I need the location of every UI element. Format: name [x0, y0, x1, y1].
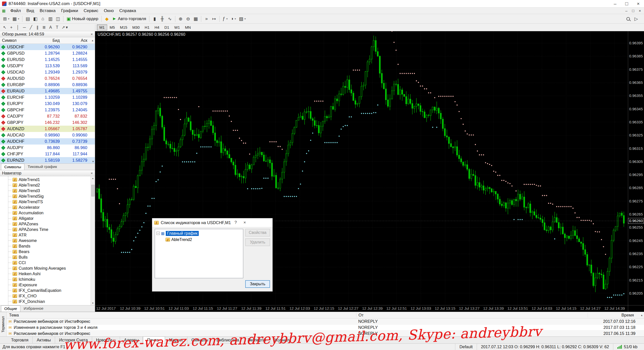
templates-button[interactable]: ▧▾ [237, 15, 247, 23]
navigator-item[interactable]: ƒBulls [7, 254, 90, 260]
scroll-up-icon[interactable]: ▲ [90, 39, 95, 42]
navigator-item[interactable]: ƒHeiken Ashi [7, 271, 90, 276]
market-watch-row[interactable]: ↑AUDCAD0.989600.99060 [0, 132, 95, 138]
mail-row[interactable]: ✉Расписание вебинаров от ИнстаФорексNORE… [7, 331, 644, 336]
market-watch-row[interactable]: ↓CADJPY87.73287.832 [0, 113, 95, 119]
navigator-item[interactable]: ƒCustom Moving Averages [7, 265, 90, 271]
menu-item-вставка[interactable]: Вставка [37, 8, 58, 13]
tree-row-indicator[interactable]: ƒ AbleTrend2 [155, 236, 243, 243]
mdi-restore-button[interactable]: □ [632, 9, 634, 13]
timeframe-m30-button[interactable]: M30 [130, 24, 142, 30]
terminal-tab-эксперты[interactable]: Эксперты [243, 337, 270, 343]
arrows-button[interactable]: ↗▾ [60, 24, 69, 30]
scroll-down-icon[interactable]: ▼ [92, 160, 94, 163]
periods-button[interactable]: ◑▾ [229, 15, 237, 23]
timeframe-w1-button[interactable]: W1 [172, 24, 183, 30]
market-watch-row[interactable]: ↑AUDCHF0.736390.73739 [0, 138, 95, 145]
navigator-item[interactable]: ƒATR [7, 232, 90, 238]
market-watch-row[interactable]: ↑USDCAD1.293491.29379 [0, 69, 95, 75]
navigator-item[interactable]: ƒAbleTrend2 [7, 182, 90, 188]
crosshair-button[interactable]: + [8, 24, 15, 30]
cursor-button[interactable]: ↖ [2, 24, 8, 30]
column-time[interactable]: Время [588, 313, 644, 318]
send-feedback-icon[interactable]: ▷ [632, 15, 640, 23]
market-watch-row[interactable]: ↓GBPJPY146.232146.302 [0, 119, 95, 126]
market-watch-row[interactable]: ↑CHFJPY117.844117.944 [0, 151, 95, 157]
scroll-down-icon[interactable]: ▼ [92, 301, 94, 305]
market-watch-tab-2[interactable]: Тиковый график [24, 163, 60, 170]
timeframe-m5-button[interactable]: M5 [107, 24, 117, 30]
navigator-item[interactable]: ƒAbleTrend1 [7, 177, 90, 182]
market-watch-row[interactable]: ↑GBPCHF1.239751.24045 [0, 107, 95, 113]
navigator-button[interactable]: ⌂ [39, 15, 47, 23]
market-watch-row[interactable]: ↑EURNZD1.581591.58279 [0, 157, 95, 163]
column-ask[interactable]: Аск [63, 38, 91, 43]
navigator-item[interactable]: ƒIFX_CHO [7, 293, 90, 299]
navigator-item[interactable]: ƒAwesome [7, 238, 90, 243]
timeframe-h1-button[interactable]: H1 [142, 24, 152, 30]
vertical-line-button[interactable]: │ [15, 24, 21, 30]
navigator-item[interactable]: ƒIFX_CamarillaEquation [7, 288, 90, 293]
menu-item-справка[interactable]: Справка [116, 8, 139, 13]
navigator-item[interactable]: ƒAbleTrendTS [7, 199, 90, 204]
auto-scroll-button[interactable]: » [203, 15, 210, 23]
close-dialog-button[interactable]: Закрыть [245, 280, 270, 288]
terminal-panel-button[interactable]: ▥ [47, 15, 54, 23]
dialog-close-button[interactable]: × [240, 219, 249, 226]
terminal-side-tab[interactable]: Терминал [0, 312, 7, 336]
navigator-tab-2[interactable]: Избранное [20, 305, 47, 312]
market-watch-button[interactable]: ▤ [24, 15, 31, 23]
menu-item-графики[interactable]: Графики [58, 8, 81, 13]
navigator-close-icon[interactable]: × [91, 171, 93, 175]
column-symbol[interactable]: Символ [0, 38, 35, 43]
tree-row-main-chart[interactable]: − ▦ Главный график [155, 230, 243, 236]
market-watch-row[interactable]: ↑EURGBP0.889060.88936 [0, 82, 95, 88]
timeframe-h4-button[interactable]: H4 [152, 24, 162, 30]
minimize-button[interactable]: – [609, 0, 621, 7]
search-icon[interactable] [626, 17, 630, 21]
equidistant-channel-button[interactable]: ∥ [34, 24, 41, 30]
bar-chart-mode-button[interactable]: ▮ [151, 15, 158, 23]
column-from[interactable]: От [356, 313, 588, 318]
tile-windows-button[interactable]: ▦ [192, 15, 199, 23]
navigator-tab-1[interactable]: Общие [1, 305, 20, 312]
mdi-close-button[interactable]: × [639, 9, 641, 13]
market-watch-row[interactable]: ↑EURJPY130.049130.079 [0, 100, 95, 107]
data-window-button[interactable]: ◧ [31, 15, 39, 23]
market-watch-row[interactable]: ↓AUDUSD0.765240.76554 [0, 75, 95, 82]
navigator-item[interactable]: ƒiExposure [7, 282, 90, 288]
terminal-tab-торговля[interactable]: Торговля [7, 337, 33, 343]
properties-button[interactable]: Свойства [245, 229, 270, 236]
navigator-item[interactable]: ƒAbleTrendSig [7, 193, 90, 199]
scrollbar-thumb[interactable] [91, 185, 95, 196]
menu-item-сервис[interactable]: Сервис [81, 8, 101, 13]
terminal-tab-журнал[interactable]: Журнал [270, 337, 294, 343]
mail-row[interactable]: ✉Расписание вебинаров от ИнстаФорексNORE… [7, 319, 644, 325]
column-bid[interactable]: Бид [35, 38, 63, 43]
terminal-tab-библиотека[interactable]: Библиотека [213, 337, 244, 343]
market-watch-row[interactable]: ↓AUDNZD1.056671.05787 [0, 126, 95, 132]
fibonacci-button[interactable]: ≣ [41, 24, 47, 30]
tree-root-label[interactable]: Главный график [166, 231, 199, 236]
terminal-tab-алерты[interactable]: Алерты [120, 337, 143, 343]
market-watch-row[interactable]: ↑EURUSD1.145251.14555 [0, 56, 95, 63]
close-button[interactable]: × [632, 0, 644, 7]
market-watch-row[interactable]: ↑GBPUSD1.287941.28824 [0, 50, 95, 56]
profiles-button[interactable]: ▦▾ [11, 15, 21, 23]
navigator-item[interactable]: ƒIchimoku [7, 276, 90, 282]
candlestick-mode-button[interactable]: ╫ [158, 15, 166, 23]
market-watch-close-icon[interactable]: × [91, 32, 93, 36]
terminal-tab-почта[interactable]: Почта4 [143, 336, 165, 343]
terminal-tab-маркет[interactable]: Маркет [165, 337, 187, 343]
horizontal-line-button[interactable]: ─ [21, 24, 28, 30]
delete-button[interactable]: Удалить [245, 238, 270, 246]
navigator-item[interactable]: ƒCCI [7, 260, 90, 265]
tree-expander-icon[interactable]: − [156, 232, 160, 235]
zoom-in-button[interactable]: ⊕ [177, 15, 184, 23]
column-subject[interactable]: Тема [7, 313, 356, 318]
timeframe-mn-button[interactable]: MN [182, 24, 193, 30]
navigator-item[interactable]: ƒAccumulation [7, 210, 90, 216]
mail-row[interactable]: ✉Изменения в расписании торгов 3 и 4 июл… [7, 325, 644, 331]
mql5-community-button[interactable]: ◆ [103, 15, 111, 23]
navigator-item[interactable]: ƒAbleTrend3 [7, 188, 90, 193]
